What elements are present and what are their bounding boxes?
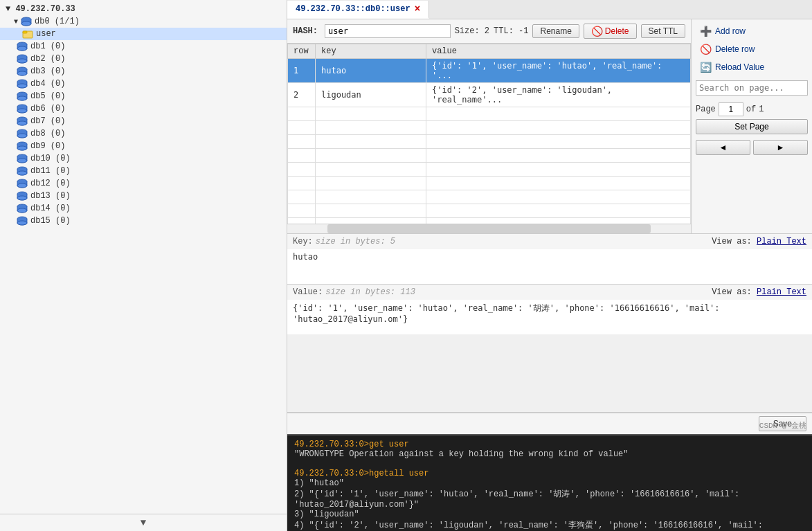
key-header-label: Key: — [293, 237, 313, 246]
table-row-empty — [288, 121, 691, 135]
db15-node[interactable]: db15 (0) — [0, 215, 287, 227]
db7-node[interactable]: db7 (0) — [0, 115, 287, 127]
db6-node[interactable]: db6 (0) — [0, 102, 287, 115]
cell-value: {'id': '1', 'user_name': 'hutao', 'real_… — [426, 59, 691, 83]
terminal-line: 49.232.70.33:0>get user — [294, 440, 805, 449]
svg-point-1 — [21, 21, 31, 26]
terminal-line: 3) "ligoudan" — [294, 510, 805, 519]
main-tab[interactable]: 49.232.70.33::db0::user × — [287, 1, 429, 19]
nav-row: ◄ ► — [696, 140, 808, 155]
hash-key-input[interactable] — [325, 24, 451, 38]
kv-sections: Key: size in bytes: 5 View as: Plain Tex… — [287, 234, 812, 413]
terminal-line: 49.232.70.33:0>hgetall user — [294, 469, 805, 478]
table-row-empty — [288, 218, 691, 224]
db4-node[interactable]: db4 (0) — [0, 78, 287, 90]
user-key-node[interactable]: user — [0, 28, 287, 40]
value-section-header: Value: size in bytes: 113 View as: Plain… — [287, 285, 812, 300]
table-row-empty — [288, 204, 691, 218]
delete-row-icon: 🚫 — [700, 44, 712, 55]
table-hscroll[interactable] — [287, 224, 691, 233]
cell-row: 2 — [288, 83, 316, 107]
db-icon — [17, 66, 28, 76]
right-panel: ➕ Add row 🚫 Delete row 🔄 Reload Value Pa… — [691, 19, 812, 233]
db1-node[interactable]: db1 (0) — [0, 40, 287, 53]
table-row-empty — [288, 149, 691, 163]
hash-section: HASH: Size: 2 TTL: -1 Rename 🚫 Delete Se… — [287, 19, 691, 233]
svg-point-9 — [17, 71, 27, 75]
svg-point-21 — [17, 146, 27, 150]
key-size: size in bytes: 5 — [316, 237, 395, 246]
col-row: row — [288, 44, 316, 59]
value-size: size in bytes: 113 — [325, 287, 415, 297]
rename-button[interactable]: Rename — [532, 24, 579, 38]
db-label: db8 (0) — [30, 129, 65, 138]
value-view-as: View as: Plain Text — [712, 287, 806, 297]
page-input[interactable] — [719, 102, 743, 116]
svg-point-25 — [17, 171, 27, 175]
db-label: db15 (0) — [30, 216, 71, 226]
next-page-button[interactable]: ► — [753, 140, 808, 155]
reload-value-button[interactable]: 🔄 Reload Value — [696, 60, 808, 75]
delete-button[interactable]: 🚫 Delete — [584, 24, 637, 39]
db13-node[interactable]: db13 (0) — [0, 190, 287, 202]
reload-icon: 🔄 — [700, 62, 712, 73]
db10-node[interactable]: db10 (0) — [0, 152, 287, 165]
svg-point-27 — [17, 183, 27, 188]
add-icon: ➕ — [700, 26, 712, 37]
hash-table: row key value 1 hutao {'id': '1', 'user_… — [287, 44, 691, 224]
db9-node[interactable]: db9 (0) — [0, 140, 287, 152]
key-section: Key: size in bytes: 5 View as: Plain Tex… — [287, 234, 812, 285]
db8-node[interactable]: db8 (0) — [0, 127, 287, 140]
db11-node[interactable]: db11 (0) — [0, 165, 287, 177]
db-icon — [17, 91, 28, 101]
db-label: db1 (0) — [30, 42, 65, 51]
db-label: db7 (0) — [30, 116, 65, 126]
delete-row-button[interactable]: 🚫 Delete row — [696, 42, 808, 57]
server-node[interactable]: ▼ 49.232.70.33 — [0, 3, 287, 15]
svg-point-31 — [17, 208, 27, 213]
db5-node[interactable]: db5 (0) — [0, 90, 287, 102]
sidebar-scroll-down[interactable]: ▼ — [0, 514, 287, 531]
set-page-button[interactable]: Set Page — [696, 119, 808, 134]
key-folder-icon — [22, 29, 33, 39]
db3-node[interactable]: db3 (0) — [0, 65, 287, 78]
search-input[interactable] — [696, 80, 808, 96]
sidebar-tree: ▼ 49.232.70.33 ▼ db0 (1/1) user — [0, 0, 287, 514]
save-row: Save — [287, 413, 812, 434]
value-header-label: Value: — [293, 287, 323, 297]
terminal[interactable]: 49.232.70.33:0>get user"WRONGTYPE Operat… — [287, 434, 812, 531]
table-row-empty — [288, 190, 691, 204]
db-label: db14 (0) — [30, 204, 71, 213]
prev-page-button[interactable]: ◄ — [696, 140, 750, 155]
value-view-type[interactable]: Plain Text — [757, 287, 806, 297]
key-view-type[interactable]: Plain Text — [757, 237, 806, 246]
db2-node[interactable]: db2 (0) — [0, 53, 287, 65]
svg-point-19 — [17, 134, 27, 138]
table-body: 1 hutao {'id': '1', 'user_name': 'hutao'… — [288, 59, 691, 224]
key-view-as: View as: Plain Text — [712, 237, 806, 246]
db-icon — [17, 141, 28, 151]
db-icon — [17, 42, 28, 51]
data-table[interactable]: row key value 1 hutao {'id': '1', 'user_… — [287, 44, 691, 224]
save-button[interactable]: Save — [759, 416, 806, 431]
tab-close-button[interactable]: × — [415, 3, 420, 15]
db0-node[interactable]: ▼ db0 (1/1) — [0, 15, 287, 28]
add-row-button[interactable]: ➕ Add row — [696, 24, 808, 39]
db-label: db6 (0) — [30, 104, 65, 114]
table-row[interactable]: 2 ligoudan {'id': '2', 'user_name': 'lig… — [288, 83, 691, 107]
table-row[interactable]: 1 hutao {'id': '1', 'user_name': 'hutao'… — [288, 59, 691, 83]
svg-point-13 — [17, 96, 27, 100]
user-key-label: user — [36, 29, 56, 39]
value-content: {'id': '1', 'user_name': 'hutao', 'real_… — [287, 300, 812, 334]
db14-node[interactable]: db14 (0) — [0, 202, 287, 215]
db-label: db4 (0) — [30, 79, 65, 89]
size-label: Size: 2 — [455, 26, 489, 36]
content-area: HASH: Size: 2 TTL: -1 Rename 🚫 Delete Se… — [287, 19, 812, 531]
set-ttl-button[interactable]: Set TTL — [641, 24, 685, 38]
cell-key: hutao — [316, 59, 426, 83]
svg-point-23 — [17, 159, 27, 163]
ttl-label: TTL: -1 — [494, 26, 528, 36]
db0-label: db0 (1/1) — [35, 17, 80, 26]
db12-node[interactable]: db12 (0) — [0, 177, 287, 190]
cell-key: ligoudan — [316, 83, 426, 107]
